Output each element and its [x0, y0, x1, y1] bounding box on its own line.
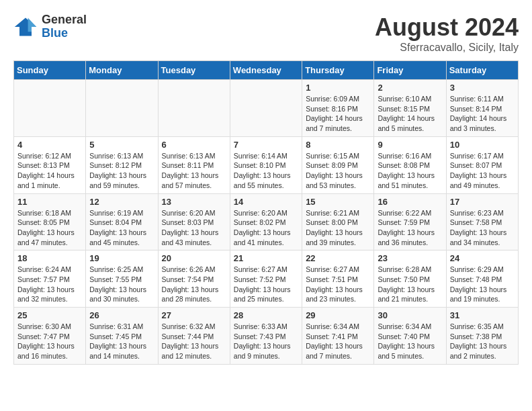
calendar-day-11: 11Sunrise: 6:18 AMSunset: 8:05 PMDayligh…	[14, 193, 86, 250]
logo-text: General Blue	[42, 13, 87, 40]
day-info: Sunrise: 6:29 AMSunset: 7:48 PMDaylight:…	[450, 265, 515, 304]
day-header-sunday: Sunday	[14, 61, 86, 80]
day-number: 25	[17, 310, 82, 320]
day-number: 20	[162, 253, 226, 263]
calendar-day-24: 24Sunrise: 6:29 AMSunset: 7:48 PMDayligh…	[446, 250, 518, 308]
day-number: 26	[89, 310, 154, 320]
day-header-thursday: Thursday	[302, 61, 374, 80]
day-number: 5	[89, 140, 154, 150]
day-number: 6	[162, 140, 226, 150]
day-number: 17	[450, 197, 515, 207]
calendar-week-5: 25Sunrise: 6:30 AMSunset: 7:47 PMDayligh…	[14, 308, 519, 365]
day-info: Sunrise: 6:28 AMSunset: 7:50 PMDaylight:…	[378, 265, 442, 304]
day-info: Sunrise: 6:23 AMSunset: 7:58 PMDaylight:…	[450, 208, 515, 248]
page-header: General Blue August 2024 Sferracavallo, …	[13, 13, 519, 54]
title-section: August 2024 Sferracavallo, Sicily, Italy	[375, 13, 519, 54]
day-info: Sunrise: 6:14 AMSunset: 8:10 PMDaylight:…	[234, 151, 298, 191]
calendar-empty-cell	[86, 80, 158, 137]
calendar-week-1: 1Sunrise: 6:09 AMSunset: 8:16 PMDaylight…	[14, 80, 519, 137]
day-number: 11	[17, 197, 82, 207]
day-number: 16	[378, 197, 442, 207]
logo-blue-text: Blue	[42, 27, 87, 40]
day-number: 9	[378, 140, 442, 150]
day-number: 30	[378, 310, 442, 320]
day-info: Sunrise: 6:34 AMSunset: 7:40 PMDaylight:…	[378, 322, 442, 361]
calendar-empty-cell	[230, 80, 302, 137]
calendar-day-8: 8Sunrise: 6:15 AMSunset: 8:09 PMDaylight…	[302, 136, 374, 193]
day-number: 29	[306, 310, 370, 320]
logo-icon	[13, 15, 38, 39]
day-number: 2	[378, 83, 442, 93]
calendar-day-29: 29Sunrise: 6:34 AMSunset: 7:41 PMDayligh…	[302, 308, 374, 365]
calendar-day-30: 30Sunrise: 6:34 AMSunset: 7:40 PMDayligh…	[374, 308, 446, 365]
calendar-day-15: 15Sunrise: 6:21 AMSunset: 8:00 PMDayligh…	[302, 193, 374, 250]
day-info: Sunrise: 6:11 AMSunset: 8:14 PMDaylight:…	[450, 94, 515, 134]
day-number: 14	[234, 197, 298, 207]
day-number: 7	[234, 140, 298, 150]
calendar-day-4: 4Sunrise: 6:12 AMSunset: 8:13 PMDaylight…	[14, 136, 86, 193]
day-info: Sunrise: 6:20 AMSunset: 8:03 PMDaylight:…	[162, 208, 226, 248]
day-info: Sunrise: 6:12 AMSunset: 8:13 PMDaylight:…	[17, 151, 82, 191]
svg-marker-1	[28, 17, 37, 32]
day-number: 15	[306, 197, 370, 207]
month-title: August 2024	[375, 13, 519, 42]
day-number: 28	[234, 310, 298, 320]
day-info: Sunrise: 6:15 AMSunset: 8:09 PMDaylight:…	[306, 151, 370, 191]
day-number: 1	[306, 83, 370, 93]
calendar-day-31: 31Sunrise: 6:35 AMSunset: 7:38 PMDayligh…	[446, 308, 518, 365]
day-header-tuesday: Tuesday	[158, 61, 230, 80]
day-info: Sunrise: 6:18 AMSunset: 8:05 PMDaylight:…	[17, 208, 82, 248]
calendar-day-20: 20Sunrise: 6:26 AMSunset: 7:54 PMDayligh…	[158, 250, 230, 308]
calendar-day-7: 7Sunrise: 6:14 AMSunset: 8:10 PMDaylight…	[230, 136, 302, 193]
calendar-day-21: 21Sunrise: 6:27 AMSunset: 7:52 PMDayligh…	[230, 250, 302, 308]
calendar-day-17: 17Sunrise: 6:23 AMSunset: 7:58 PMDayligh…	[446, 193, 518, 250]
day-info: Sunrise: 6:26 AMSunset: 7:54 PMDaylight:…	[162, 265, 226, 304]
day-info: Sunrise: 6:35 AMSunset: 7:38 PMDaylight:…	[450, 322, 515, 361]
day-header-wednesday: Wednesday	[230, 61, 302, 80]
calendar-day-13: 13Sunrise: 6:20 AMSunset: 8:03 PMDayligh…	[158, 193, 230, 250]
calendar-day-14: 14Sunrise: 6:20 AMSunset: 8:02 PMDayligh…	[230, 193, 302, 250]
day-info: Sunrise: 6:31 AMSunset: 7:45 PMDaylight:…	[89, 322, 154, 361]
day-info: Sunrise: 6:30 AMSunset: 7:47 PMDaylight:…	[17, 322, 82, 361]
calendar-day-5: 5Sunrise: 6:13 AMSunset: 8:12 PMDaylight…	[86, 136, 158, 193]
day-number: 13	[162, 197, 226, 207]
day-info: Sunrise: 6:27 AMSunset: 7:51 PMDaylight:…	[306, 265, 370, 304]
calendar-week-4: 18Sunrise: 6:24 AMSunset: 7:57 PMDayligh…	[14, 250, 519, 308]
day-header-saturday: Saturday	[446, 61, 518, 80]
day-number: 3	[450, 83, 515, 93]
calendar-day-25: 25Sunrise: 6:30 AMSunset: 7:47 PMDayligh…	[14, 308, 86, 365]
day-info: Sunrise: 6:16 AMSunset: 8:08 PMDaylight:…	[378, 151, 442, 191]
calendar-day-19: 19Sunrise: 6:25 AMSunset: 7:55 PMDayligh…	[86, 250, 158, 308]
calendar-table: SundayMondayTuesdayWednesdayThursdayFrid…	[13, 60, 519, 365]
day-number: 22	[306, 253, 370, 263]
calendar-body: 1Sunrise: 6:09 AMSunset: 8:16 PMDaylight…	[14, 80, 519, 365]
day-number: 18	[17, 253, 82, 263]
calendar-day-1: 1Sunrise: 6:09 AMSunset: 8:16 PMDaylight…	[302, 80, 374, 137]
day-info: Sunrise: 6:25 AMSunset: 7:55 PMDaylight:…	[89, 265, 154, 304]
day-info: Sunrise: 6:21 AMSunset: 8:00 PMDaylight:…	[306, 208, 370, 248]
calendar-day-9: 9Sunrise: 6:16 AMSunset: 8:08 PMDaylight…	[374, 136, 446, 193]
calendar-header: SundayMondayTuesdayWednesdayThursdayFrid…	[14, 61, 519, 80]
day-number: 23	[378, 253, 442, 263]
calendar-day-23: 23Sunrise: 6:28 AMSunset: 7:50 PMDayligh…	[374, 250, 446, 308]
calendar-empty-cell	[158, 80, 230, 137]
day-number: 19	[89, 253, 154, 263]
day-info: Sunrise: 6:13 AMSunset: 8:11 PMDaylight:…	[162, 151, 226, 191]
calendar-day-27: 27Sunrise: 6:32 AMSunset: 7:44 PMDayligh…	[158, 308, 230, 365]
days-row: SundayMondayTuesdayWednesdayThursdayFrid…	[14, 61, 519, 80]
calendar-day-16: 16Sunrise: 6:22 AMSunset: 7:59 PMDayligh…	[374, 193, 446, 250]
calendar-week-2: 4Sunrise: 6:12 AMSunset: 8:13 PMDaylight…	[14, 136, 519, 193]
location: Sferracavallo, Sicily, Italy	[375, 42, 519, 54]
day-info: Sunrise: 6:33 AMSunset: 7:43 PMDaylight:…	[234, 322, 298, 361]
day-info: Sunrise: 6:22 AMSunset: 7:59 PMDaylight:…	[378, 208, 442, 248]
day-number: 31	[450, 310, 515, 320]
day-info: Sunrise: 6:27 AMSunset: 7:52 PMDaylight:…	[234, 265, 298, 304]
day-header-monday: Monday	[86, 61, 158, 80]
calendar-day-26: 26Sunrise: 6:31 AMSunset: 7:45 PMDayligh…	[86, 308, 158, 365]
day-info: Sunrise: 6:10 AMSunset: 8:15 PMDaylight:…	[378, 94, 442, 134]
day-info: Sunrise: 6:24 AMSunset: 7:57 PMDaylight:…	[17, 265, 82, 304]
day-info: Sunrise: 6:20 AMSunset: 8:02 PMDaylight:…	[234, 208, 298, 248]
day-number: 8	[306, 140, 370, 150]
logo-general-text: General	[42, 13, 87, 27]
calendar-empty-cell	[14, 80, 86, 137]
